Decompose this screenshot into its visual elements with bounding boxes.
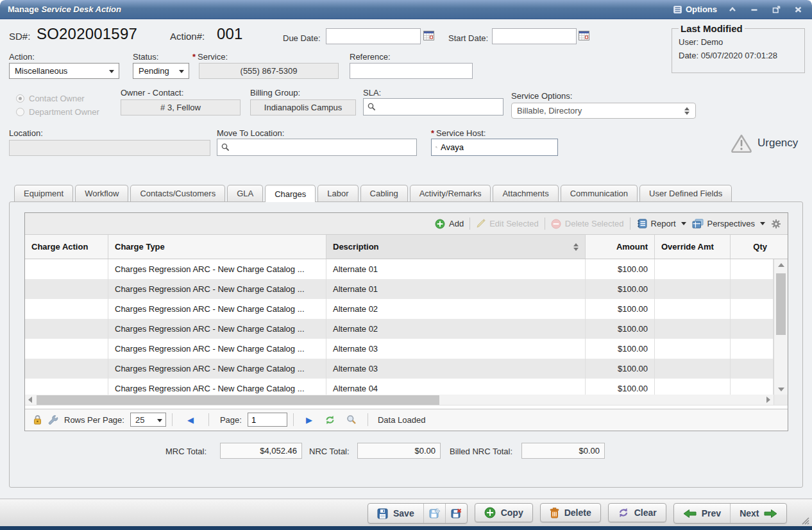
owner-contact-label: Owner - Contact: <box>121 88 183 98</box>
next-page-button[interactable]: ▶ <box>306 416 312 424</box>
table-row[interactable]: Charges Regression ARC - New Charge Cata… <box>25 359 788 379</box>
rows-per-page-value: 25 <box>135 415 144 425</box>
column-header-charge-type[interactable]: Charge Type <box>108 235 326 259</box>
tab-equipment[interactable]: Equipment <box>14 185 73 201</box>
service-options-select[interactable]: Billable, Directory <box>511 103 696 119</box>
tab-activity-remarks[interactable]: Activity/Remarks <box>410 185 491 201</box>
prev-page-button[interactable]: ◀ <box>187 416 194 424</box>
billed-nrc-total-label: Billed NRC Total: <box>450 447 512 456</box>
delete-selected-button[interactable]: Delete Selected <box>551 219 624 229</box>
service-host-input[interactable] <box>441 142 554 152</box>
clear-refresh-icon <box>618 508 629 518</box>
mrc-total-field: $4,052.46 <box>220 443 302 459</box>
tab-charges[interactable]: Charges <box>265 185 316 202</box>
start-date-input[interactable] <box>492 28 577 44</box>
cell-qty <box>731 379 774 395</box>
save-button[interactable]: Save <box>368 504 424 523</box>
close-icon[interactable] <box>791 4 804 15</box>
perspectives-button[interactable]: Perspectives <box>692 219 765 228</box>
scroll-up-icon[interactable] <box>774 259 788 270</box>
options-button[interactable]: Options <box>673 4 717 14</box>
cell-amount: $100.00 <box>586 359 655 379</box>
cell-charge-type: Charges Regression ARC - New Charge Cata… <box>108 279 326 299</box>
tab-user-defined-fields[interactable]: User Defined Fields <box>639 185 732 201</box>
add-button[interactable]: Add <box>435 219 464 229</box>
add-label: Add <box>449 219 464 228</box>
lock-icon[interactable] <box>33 415 42 425</box>
report-button[interactable]: Report <box>636 219 686 228</box>
footer-bar: Save Copy Delete Clear <box>0 499 812 526</box>
tab-cabling[interactable]: Cabling <box>360 185 408 201</box>
tab-communication[interactable]: Communication <box>561 185 638 201</box>
collapse-icon[interactable] <box>726 4 739 15</box>
rows-per-page-select[interactable]: 25 <box>130 413 166 427</box>
prev-button[interactable]: Prev <box>674 504 731 523</box>
tab-gla[interactable]: GLA <box>227 185 263 201</box>
move-to-location-search-field[interactable] <box>217 139 417 156</box>
tab-labor[interactable]: Labor <box>317 185 358 201</box>
reference-input[interactable] <box>350 63 473 79</box>
urgency-button[interactable]: Urgency <box>731 133 798 153</box>
department-owner-radio[interactable]: Department Owner <box>16 107 99 117</box>
scroll-right-icon[interactable] <box>763 397 774 403</box>
grid-settings-button[interactable] <box>771 219 781 229</box>
due-date-calendar-icon[interactable] <box>423 30 434 42</box>
refresh-icon[interactable] <box>325 415 335 425</box>
table-row[interactable]: Charges Regression ARC - New Charge Cata… <box>25 259 788 279</box>
edit-selected-button[interactable]: Edit Selected <box>476 219 539 228</box>
sla-input[interactable] <box>379 102 499 112</box>
save-and-new-button[interactable] <box>424 504 446 523</box>
scroll-left-icon[interactable] <box>25 397 35 403</box>
page-input[interactable] <box>248 413 287 427</box>
copy-button[interactable]: Copy <box>475 503 533 522</box>
cell-amount: $100.00 <box>586 319 655 339</box>
save-button-group: Save <box>368 503 468 524</box>
horizontal-scroll-thumb[interactable] <box>37 395 439 405</box>
move-to-location-input[interactable] <box>233 142 412 152</box>
column-header-override-amt[interactable]: Override Amt <box>655 235 731 259</box>
service-host-search-field[interactable] <box>431 139 558 156</box>
table-row[interactable]: Charges Regression ARC - New Charge Cata… <box>25 379 788 395</box>
save-new-floppy-plus-icon <box>429 508 440 519</box>
required-asterisk-icon: * <box>192 52 196 62</box>
status-select[interactable]: Pending <box>133 63 189 79</box>
column-header-amount[interactable]: Amount <box>586 235 655 259</box>
tab-workflow[interactable]: Workflow <box>75 185 128 201</box>
add-plus-icon <box>435 219 445 229</box>
due-date-input[interactable] <box>326 28 421 44</box>
tab-attachments[interactable]: Attachments <box>493 185 558 201</box>
grid-search-icon[interactable] <box>346 415 357 425</box>
pager-bar: Rows Per Page: 25 ◀ Page: ▶ <box>25 409 788 430</box>
department-owner-label: Department Owner <box>29 107 99 117</box>
grid-status-text: Data Loaded <box>378 415 425 425</box>
save-and-close-button[interactable] <box>446 504 467 523</box>
start-date-calendar-icon[interactable] <box>579 30 589 42</box>
radio-unselected-icon <box>16 108 24 116</box>
horizontal-scrollbar[interactable] <box>25 395 788 406</box>
next-button[interactable]: Next <box>731 504 786 523</box>
action-select[interactable]: Miscellaneous <box>9 63 119 79</box>
delete-button[interactable]: Delete <box>540 503 601 522</box>
scroll-down-icon[interactable] <box>774 384 788 395</box>
sla-search-field[interactable] <box>363 98 503 115</box>
contact-owner-radio[interactable]: Contact Owner <box>16 94 85 103</box>
tab-contacts-customers[interactable]: Contacts/Customers <box>130 185 225 201</box>
clear-button[interactable]: Clear <box>608 503 666 522</box>
popout-icon[interactable] <box>770 4 782 15</box>
wrench-icon[interactable] <box>48 415 58 425</box>
table-row[interactable]: Charges Regression ARC - New Charge Cata… <box>25 279 788 299</box>
cell-qty <box>731 299 774 319</box>
table-row[interactable]: Charges Regression ARC - New Charge Cata… <box>25 319 788 339</box>
perspectives-layers-icon <box>692 219 704 228</box>
vertical-scroll-thumb[interactable] <box>776 273 786 335</box>
table-row[interactable]: Charges Regression ARC - New Charge Cata… <box>25 299 788 319</box>
column-header-qty[interactable]: Qty <box>731 235 774 259</box>
column-header-charge-action[interactable]: Charge Action <box>25 235 108 259</box>
due-date-label: Due Date: <box>283 33 321 43</box>
cell-override-amt <box>655 279 731 299</box>
table-row[interactable]: Charges Regression ARC - New Charge Cata… <box>25 339 788 359</box>
column-header-description[interactable]: Description <box>326 235 586 259</box>
vertical-scrollbar[interactable] <box>774 259 788 395</box>
resize-grip[interactable] <box>800 516 809 527</box>
minimize-icon[interactable] <box>748 4 761 15</box>
